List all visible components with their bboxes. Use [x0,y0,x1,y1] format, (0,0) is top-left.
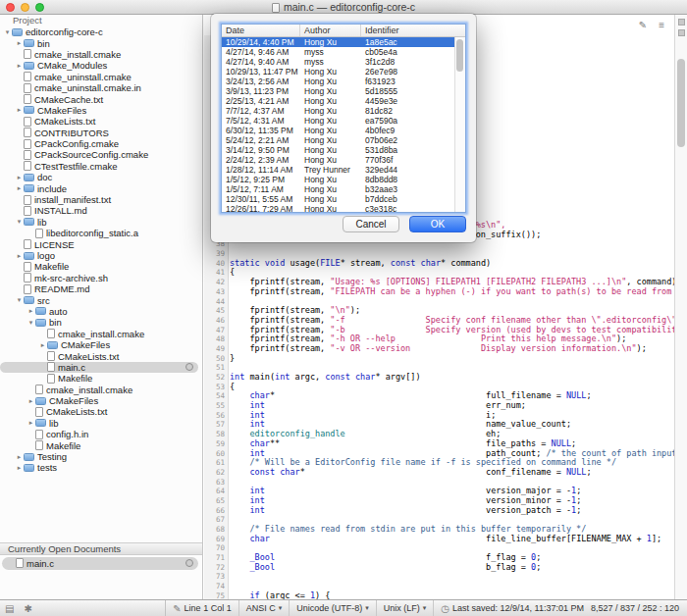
code-line[interactable]: char file_line_buffer[FILENAME_MAX + 1]; [230,535,674,544]
chevron-down-icon[interactable]: ▾ [15,218,24,226]
tree-item-CMakeFiles[interactable]: ▸CMakeFiles [0,339,202,350]
tree-item-Makefile[interactable]: Makefile [0,439,202,450]
revision-row[interactable]: 4/27/14, 9:40 AMmyss3f1c2d8 [222,57,454,67]
revision-row[interactable]: 12/26/11, 7:29 AMHong Xuc3e318c [222,204,454,212]
chevron-right-icon[interactable]: ▸ [15,453,24,461]
revision-row[interactable]: 10/29/14, 4:40 PMHong Xu1a8e5ac [222,37,454,47]
chevron-down-icon[interactable]: ▾ [3,28,12,36]
tree-item-libeditorconfig_static.a[interactable]: libeditorconfig_static.a [0,228,202,238]
grid-icon[interactable]: ▤ [5,603,14,614]
zoom-button[interactable] [35,3,44,12]
tree-item-editorconfig-core-c[interactable]: ▾editorconfig-core-c [0,26,202,37]
chevron-right-icon[interactable]: ▸ [38,341,47,349]
revision-row[interactable]: 12/30/11, 5:55 AMHong Xub7ddceb [222,194,454,204]
project-tree[interactable]: ▾editorconfig-core-c▸bincmake_install.cm… [0,26,202,474]
chevron-right-icon[interactable]: ▸ [15,106,24,114]
revision-row[interactable]: 7/5/12, 4:31 AMHong Xuea7590a [222,116,454,126]
code-line[interactable] [230,572,674,582]
tree-item-logo[interactable]: ▸logo [0,250,202,261]
chevron-right-icon[interactable]: ▸ [15,184,24,192]
tree-item-auto[interactable]: ▸auto [0,306,202,317]
tree-item-bin[interactable]: ▾bin [0,317,202,328]
chevron-right-icon[interactable]: ▸ [15,252,24,260]
cancel-button[interactable]: Cancel [343,216,399,232]
revision-row[interactable]: 2/24/12, 2:39 AMHong Xu770f36f [222,155,454,165]
gear-icon[interactable]: ✱ [24,603,31,614]
tree-item-Makefile[interactable]: Makefile [0,373,202,384]
revision-row[interactable]: 1/5/12, 7:11 AMHong Xub32aae3 [222,184,454,194]
marker-icon[interactable] [678,19,685,26]
open-documents-header[interactable]: Currently Open Documents [0,542,202,555]
tree-item-include[interactable]: ▸include [0,182,202,193]
ok-button[interactable]: OK [409,216,466,232]
function-list-icon[interactable]: ≡ [659,20,664,30]
revision-row[interactable]: 7/7/12, 4:37 AMHong Xu81dc82 [222,106,454,116]
column-header-date[interactable]: Date [222,25,300,36]
revision-rows[interactable]: 10/29/14, 4:40 PMHong Xu1a8e5ac4/27/14, … [222,37,454,212]
chevron-right-icon[interactable]: ▸ [26,307,35,315]
encoding-popup[interactable]: Unicode (UTF-8) ▾ [290,600,377,616]
tree-item-LICENSE[interactable]: LICENSE [0,238,202,249]
column-header-identifier[interactable]: Identifier [361,25,465,36]
chevron-right-icon[interactable]: ▸ [15,39,24,47]
open-indicator-dot[interactable] [185,559,193,567]
minimize-button[interactable] [21,3,29,12]
scrollbar-thumb[interactable] [677,59,685,147]
code-line[interactable]: int version_patch = -1; [230,506,674,516]
tree-item-bin[interactable]: ▸bin [0,37,202,48]
table-scrollbar[interactable] [454,37,465,212]
tree-item-mk-src-archive.sh[interactable]: mk-src-archive.sh [0,273,202,283]
open-document-item[interactable]: main.c [2,557,198,570]
code-line[interactable]: static void usage(FILE* stream, const ch… [230,259,674,269]
editor-scrollbar[interactable] [674,15,687,599]
revision-row[interactable]: 3/24/13, 2:56 AMHong Xuf631923 [222,77,454,86]
tree-item-CMakeFiles[interactable]: ▸CMakeFiles [0,105,202,116]
code-line[interactable]: fprintf(stream, "-v OR --version Display… [230,344,674,354]
revision-row[interactable]: 1/5/12, 9:25 PMHong Xu8db8dd8 [222,175,454,184]
tree-item-CTestTestfile.cmake[interactable]: CTestTestfile.cmake [0,161,202,172]
chevron-right-icon[interactable]: ▸ [15,464,24,472]
tree-item-lib[interactable]: ▾lib [0,217,202,228]
revision-row[interactable]: 3/9/13, 11:23 PMHong Xu5d18555 [222,86,454,96]
tree-item-INSTALL.md[interactable]: INSTALL.md [0,205,202,216]
code-line[interactable]: int main(int argc, const char* argv[]) [230,373,674,383]
revision-row[interactable]: 10/29/13, 11:47 PMHong Xu26e7e98 [222,67,454,77]
revision-row[interactable]: 3/14/12, 9:50 PMHong Xu531d8ba [222,145,454,155]
tree-item-CMake_Modules[interactable]: ▸CMake_Modules [0,60,202,71]
tree-item-Testing[interactable]: ▸Testing [0,451,202,462]
language-popup[interactable]: ANSI C ▾ [239,600,291,616]
chevron-right-icon[interactable]: ▸ [15,174,24,181]
revision-row[interactable]: 4/27/14, 9:46 AMmysscb05e4a [222,47,454,57]
tree-item-install_manifest.txt[interactable]: install_manifest.txt [0,194,202,205]
open-indicator-dot[interactable] [185,363,193,371]
chevron-right-icon[interactable]: ▸ [26,419,35,427]
tree-item-main.c[interactable]: main.c [0,362,198,373]
tree-item-cmake_install.cmake[interactable]: cmake_install.cmake [0,49,202,60]
revision-row[interactable]: 2/25/13, 4:21 AMHong Xu4459e3e [222,96,454,106]
code-line[interactable]: if (argc <= 1) { [230,591,674,599]
tree-item-cmake_uninstall.cmake[interactable]: cmake_uninstall.cmake [0,72,202,82]
line-ending-popup[interactable]: Unix (LF) ▾ [377,600,435,616]
split-view-icon[interactable] [678,29,685,36]
tree-item-CMakeLists.txt[interactable]: CMakeLists.txt [0,350,202,361]
tree-item-cmake_install.cmake[interactable]: cmake_install.cmake [0,329,202,339]
tree-item-cmake_install.cmake[interactable]: cmake_install.cmake [0,385,202,395]
tree-item-CONTRIBUTORS[interactable]: CONTRIBUTORS [0,128,202,138]
table-scrollbar-thumb[interactable] [456,39,463,72]
tree-item-doc[interactable]: ▸doc [0,172,202,182]
code-line[interactable]: _Bool b_flag = 0; [230,563,674,573]
column-header-author[interactable]: Author [300,25,361,36]
revision-row[interactable]: 1/28/12, 11:14 AMTrey Hunner329ed44 [222,165,454,175]
pencil-icon[interactable]: ✎ [639,20,647,30]
tree-item-lib[interactable]: ▸lib [0,418,202,429]
tree-item-CMakeFiles[interactable]: ▸CMakeFiles [0,395,202,406]
chevron-down-icon[interactable]: ▾ [26,319,35,327]
tree-item-src[interactable]: ▾src [0,294,202,305]
revision-row[interactable]: 6/30/12, 11:35 PMHong Xu4b0fec9 [222,126,454,135]
revision-row[interactable]: 5/24/12, 2:21 AMHong Xu07b06e2 [222,135,454,145]
code-line[interactable]: } [230,354,674,364]
close-button[interactable] [6,3,15,12]
tree-item-CMakeLists.txt[interactable]: CMakeLists.txt [0,116,202,127]
chevron-right-icon[interactable]: ▸ [26,397,35,405]
code-line[interactable]: fprintf(stream, "FILEPATH can be a hyphe… [230,287,674,297]
